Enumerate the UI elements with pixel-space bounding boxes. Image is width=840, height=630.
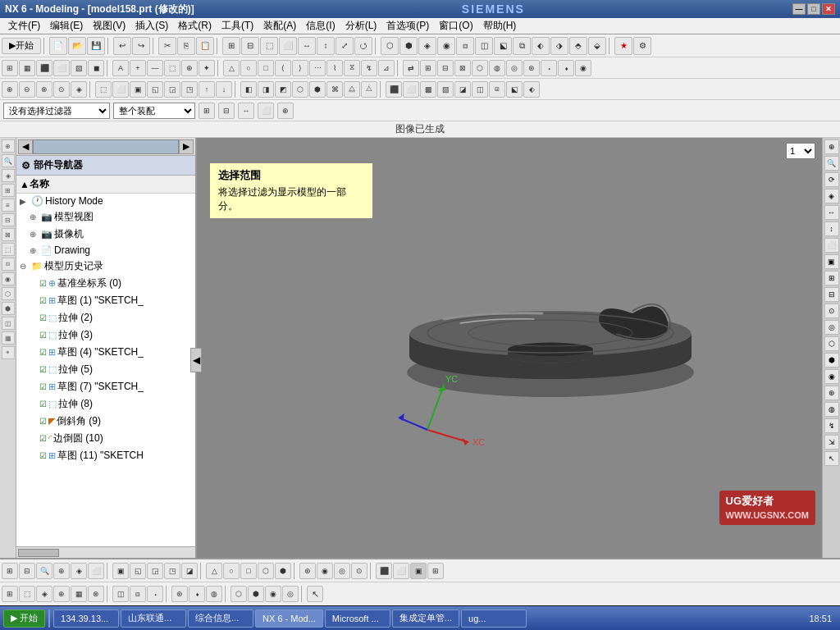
tree-item-history-mode[interactable]: ▶ 🕐 History Mode [16, 194, 195, 208]
tb-b7[interactable]: ⤢ [336, 37, 354, 55]
btb1-18[interactable]: ◉ [317, 563, 333, 579]
tb3-22[interactable]: ⬛ [386, 81, 402, 98]
btb1-3[interactable]: 🔍 [36, 563, 52, 579]
lv-11[interactable]: ⬡ [2, 287, 15, 300]
tb-d2[interactable]: ⚙ [633, 37, 651, 55]
tb3-24[interactable]: ▩ [420, 81, 436, 98]
filter-btn-5[interactable]: ⊕ [277, 103, 294, 119]
tb3-14[interactable]: ◧ [240, 81, 257, 98]
tb3-19[interactable]: ⌘ [326, 81, 343, 98]
taskbar-item-6[interactable]: 集成定单管... [392, 609, 459, 628]
tb3-30[interactable]: ⬖ [523, 81, 540, 98]
tb3-16[interactable]: ◩ [275, 81, 291, 98]
tb3-29[interactable]: ⬕ [506, 81, 523, 98]
tb-d1[interactable]: ★ [614, 37, 632, 55]
tb2-16[interactable]: ⟨ [275, 60, 291, 76]
tree-item-sketch11[interactable]: ☑ ⊞ 草图 (11) "SKETCH [16, 447, 195, 464]
tb3-17[interactable]: ⬡ [292, 81, 308, 98]
tb2-15[interactable]: □ [258, 60, 274, 76]
filter-btn-2[interactable]: ⊟ [218, 103, 235, 119]
lv-9[interactable]: ⧈ [2, 258, 15, 271]
menu-tools[interactable]: 工具(T) [217, 17, 258, 34]
tb2-20[interactable]: ⧖ [344, 60, 360, 76]
tb3-21[interactable]: ⧊ [361, 81, 377, 98]
tb-c2[interactable]: ⬢ [399, 37, 418, 55]
btb2-15[interactable]: ◉ [265, 586, 281, 602]
minimize-button[interactable]: — [792, 3, 806, 15]
tb-c9[interactable]: ⬖ [532, 37, 550, 55]
btb1-11[interactable]: ◪ [181, 563, 198, 579]
tb2-13[interactable]: △ [223, 60, 240, 76]
tb-open[interactable]: 📂 [68, 37, 86, 55]
tb2-8[interactable]: + [130, 60, 146, 76]
tree-item-coord[interactable]: ☑ ⊕ 基准坐标系 (0) [16, 275, 195, 292]
tb2-5[interactable]: ▧ [71, 60, 87, 76]
tb3-4[interactable]: ⊙ [53, 81, 70, 98]
tb3-5[interactable]: ◈ [71, 81, 87, 98]
tb-b8[interactable]: ⭯ [354, 37, 372, 55]
tb3-13[interactable]: ↓ [216, 81, 232, 98]
panel-collapse-handle[interactable]: ◀ [190, 348, 202, 372]
vp-btn-16[interactable]: ⊛ [824, 386, 839, 400]
assembly-dropdown[interactable]: 整个装配 [113, 103, 195, 119]
vp-btn-20[interactable]: ↖ [824, 451, 839, 466]
selection-filter-dropdown[interactable]: 没有选择过滤器 特征 体 [3, 103, 110, 119]
vp-btn-13[interactable]: ⬡ [824, 336, 839, 351]
tb2-17[interactable]: ⟩ [292, 60, 308, 76]
tb-cut[interactable]: ✂ [158, 37, 176, 55]
lv-10[interactable]: ◉ [2, 272, 15, 285]
tb-undo[interactable]: ↩ [113, 37, 131, 55]
tb-b5[interactable]: ↔ [298, 37, 316, 55]
vp-btn-6[interactable]: ↕ [824, 221, 839, 236]
tb-c4[interactable]: ◉ [437, 37, 455, 55]
tree-item-extrude3[interactable]: ☑ ⬚ 拉伸 (3) [16, 326, 195, 344]
tb3-1[interactable]: ⊕ [2, 81, 18, 98]
tb-b4[interactable]: ⬜ [279, 37, 297, 55]
tb2-21[interactable]: ↯ [361, 60, 377, 76]
btb1-13[interactable]: ○ [223, 563, 240, 579]
vp-btn-7[interactable]: ⬜ [824, 238, 839, 253]
tb2-29[interactable]: ◎ [506, 60, 523, 76]
tb3-6[interactable]: ⬚ [95, 81, 112, 98]
tree-item-extrude2[interactable]: ☑ ⬚ 拉伸 (2) [16, 309, 195, 326]
tb3-12[interactable]: ↑ [199, 81, 215, 98]
tb2-7[interactable]: A [112, 60, 129, 76]
taskbar-item-7[interactable]: ug... [461, 609, 527, 628]
lv-13[interactable]: ◫ [2, 317, 15, 330]
tb2-27[interactable]: ⬡ [472, 60, 488, 76]
filter-btn-1[interactable]: ⊞ [199, 103, 215, 119]
taskbar-item-1[interactable]: 134.39.13... [53, 609, 119, 628]
tree-item-drawing[interactable]: ⊕ 📄 Drawing [16, 243, 195, 258]
lv-8[interactable]: ⬚ [2, 243, 15, 256]
tb-c5[interactable]: ⧈ [456, 37, 474, 55]
tree-item-sketch7[interactable]: ☑ ⊞ 草图 (7) "SKETCH_ [16, 378, 195, 395]
vp-btn-9[interactable]: ⊞ [824, 271, 839, 285]
tb2-25[interactable]: ⊟ [437, 60, 454, 76]
btb1-5[interactable]: ◈ [71, 563, 87, 579]
tb3-25[interactable]: ▧ [437, 81, 454, 98]
btb1-4[interactable]: ⊕ [53, 563, 70, 579]
tb3-18[interactable]: ⬢ [309, 81, 326, 98]
vp-btn-12[interactable]: ◎ [824, 320, 839, 335]
tb3-10[interactable]: ◲ [164, 81, 180, 98]
btb2-13[interactable]: ⬡ [231, 586, 247, 602]
filter-btn-3[interactable]: ↔ [238, 103, 254, 119]
btb1-12[interactable]: △ [206, 563, 222, 579]
btb1-16[interactable]: ⬢ [275, 563, 291, 579]
lv-2[interactable]: 🔍 [2, 154, 15, 167]
menu-view[interactable]: 视图(V) [88, 17, 130, 34]
tb3-8[interactable]: ▣ [130, 81, 146, 98]
btb2-8[interactable]: ⧈ [130, 586, 146, 602]
btb1-20[interactable]: ⊙ [351, 563, 368, 579]
scrollbar-thumb[interactable] [18, 549, 59, 557]
btb2-4[interactable]: ⊕ [53, 586, 70, 602]
btb2-14[interactable]: ⬢ [248, 586, 264, 602]
tb2-9[interactable]: — [147, 60, 163, 76]
taskbar-item-3[interactable]: 综合信息... [188, 609, 253, 628]
tb2-24[interactable]: ⊞ [420, 60, 436, 76]
vp-btn-17[interactable]: ◍ [824, 402, 839, 417]
btb2-6[interactable]: ⊗ [88, 586, 104, 602]
lv-4[interactable]: ⊞ [2, 184, 15, 197]
tb2-18[interactable]: ⋯ [309, 60, 326, 76]
btb2-3[interactable]: ◈ [36, 586, 52, 602]
